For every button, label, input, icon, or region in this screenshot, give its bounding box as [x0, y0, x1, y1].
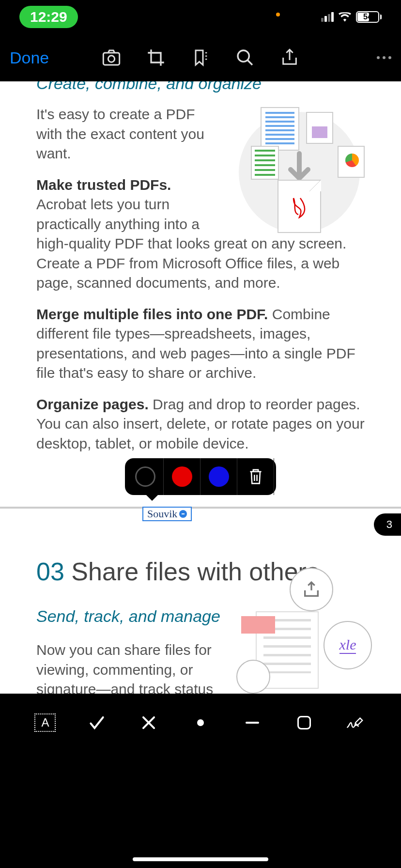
cross-tool[interactable]: [134, 708, 163, 737]
delete-button[interactable]: [237, 458, 274, 495]
trash-icon: [248, 468, 263, 485]
crop-icon[interactable]: [146, 48, 166, 67]
home-indicator[interactable]: [133, 857, 268, 861]
paragraph-merge: Merge multiple files into one PDF. Combi…: [0, 305, 401, 383]
cellular-signal-icon: [321, 12, 334, 22]
signature-tool[interactable]: [341, 708, 370, 737]
recording-indicator-dot: [276, 13, 280, 16]
share-illustration: xle: [227, 568, 372, 694]
dot-tool[interactable]: [186, 708, 215, 737]
color-swatch-black[interactable]: [127, 458, 164, 495]
svg-point-1: [108, 56, 114, 62]
checkmark-tool[interactable]: [82, 708, 111, 737]
camera-icon[interactable]: [102, 48, 121, 67]
svg-rect-0: [103, 53, 119, 65]
signature-annotation[interactable]: Souvik: [142, 507, 192, 521]
search-icon[interactable]: [235, 48, 255, 67]
page-indicator[interactable]: 3: [374, 513, 401, 536]
section-2-body: Now you can share files for viewing, com…: [36, 640, 225, 694]
dash-tool[interactable]: [238, 708, 267, 737]
paragraph-organize: Organize pages. Drag and drop to reorder…: [0, 395, 401, 454]
circle-tool[interactable]: [290, 708, 319, 737]
share-icon[interactable]: [280, 48, 299, 67]
text-box-tool[interactable]: A: [31, 708, 60, 737]
status-bar: 12:29 54: [0, 0, 401, 34]
top-toolbar: Done: [0, 34, 401, 81]
color-picker-popover: [125, 458, 276, 495]
wifi-icon: [339, 12, 351, 22]
signature-resize-handle[interactable]: [179, 510, 187, 518]
done-button[interactable]: Done: [10, 48, 49, 67]
paragraph-intro: It's easy to create a PDF with the exact…: [0, 105, 401, 164]
section-2-subtitle: Send, track, and manage: [36, 605, 220, 627]
color-swatch-red[interactable]: [164, 458, 200, 495]
battery-indicator: 54: [356, 11, 382, 23]
bookmark-icon[interactable]: [191, 48, 210, 67]
combine-illustration: [234, 107, 365, 233]
color-swatch-blue[interactable]: [200, 458, 237, 495]
more-button[interactable]: [377, 56, 391, 59]
document-viewport[interactable]: Create, combine, and organize It's easy …: [0, 81, 401, 694]
time-pill[interactable]: 12:29: [19, 6, 78, 28]
svg-point-2: [238, 50, 249, 62]
bottom-toolbar: A: [0, 694, 401, 761]
section-header-1: Create, combine, and organize: [0, 81, 298, 93]
